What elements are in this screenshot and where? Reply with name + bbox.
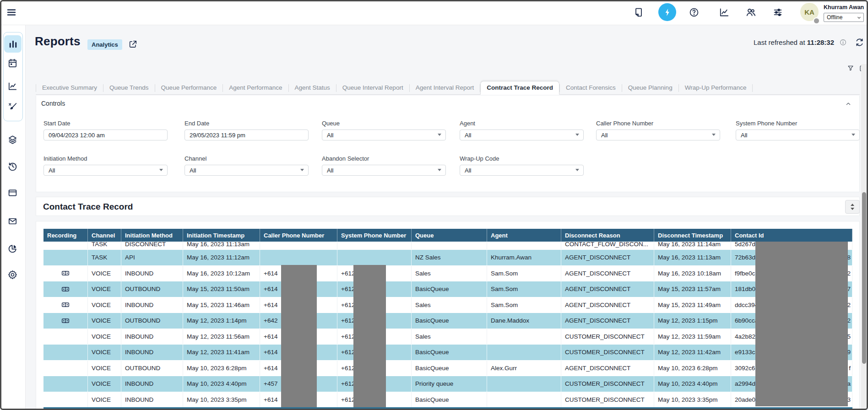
table-row[interactable]: VOICEOUTBOUNDMay 12, 2023 1:14pm+642+612…	[43, 313, 852, 329]
cell-queue: Priority queue	[412, 376, 487, 392]
filter-icon[interactable]	[847, 65, 854, 72]
note-icon[interactable]	[633, 7, 644, 18]
select-agent[interactable]: All	[460, 129, 584, 140]
table-row[interactable]: VOICEOUTBOUNDMay 15, 2023 11:50am+614+61…	[43, 281, 852, 297]
cell-disconnect_timestamp: May 16, 2023 11:13am	[654, 250, 731, 265]
users-icon[interactable]	[745, 7, 756, 18]
tab-agent-status[interactable]: Agent Status	[289, 81, 336, 94]
recording-icon[interactable]	[61, 316, 70, 325]
table-row[interactable]: VOICEINBOUNDMay 12, 2023 11:56am+614+612…	[43, 329, 852, 345]
table-row[interactable]: VOICEINBOUNDMay 10, 2023 4:40pm+457+612P…	[43, 376, 852, 392]
filter-initiation-method: Initiation MethodAll	[43, 155, 168, 176]
help-icon[interactable]	[689, 7, 700, 18]
filter-value: All	[190, 167, 196, 174]
table-scroll-spinner[interactable]	[845, 200, 860, 214]
select-wrap-up-code[interactable]: All	[460, 165, 584, 176]
status-select[interactable]: Offline	[824, 13, 864, 22]
select-queue[interactable]: All	[322, 129, 446, 140]
column-header-initiation-timestamp[interactable]: Initiation Timestamp	[183, 229, 260, 242]
tab-agent-interval-report[interactable]: Agent Interval Report	[410, 81, 480, 94]
sliders-icon[interactable]	[772, 7, 783, 18]
cell-recording	[43, 297, 88, 313]
chevron-down-icon	[857, 15, 862, 20]
cell-initiation_method: OUTBOUND	[121, 361, 183, 376]
table-row[interactable]: VOICEINBOUNDMay 15, 2023 11:46am+614+612…	[43, 297, 852, 313]
sidebar-item-line-chart[interactable]	[7, 81, 18, 92]
recording-icon[interactable]	[61, 300, 70, 309]
sidebar-item-gear[interactable]	[7, 270, 18, 280]
column-header-system-phone-number[interactable]: System Phone Number	[337, 229, 412, 242]
spinner-down-icon[interactable]	[851, 208, 854, 210]
date-input-start-date[interactable]: 09/04/2023 12:00 am	[43, 129, 168, 140]
info-icon[interactable]	[839, 38, 847, 46]
spinner-up-icon[interactable]	[851, 204, 854, 206]
table-row[interactable]: TASKDISCONNECTMay 16, 2023 11:13amCONTAC…	[43, 242, 852, 249]
cell-disconnect_timestamp: May 15, 2023 11:49am	[654, 297, 731, 313]
column-header-agent[interactable]: Agent	[487, 229, 561, 242]
tab-agent-performance[interactable]: Agent Performance	[223, 81, 288, 94]
column-header-queue[interactable]: Queue	[412, 229, 487, 242]
column-header-channel[interactable]: Channel	[88, 229, 121, 242]
cell-agent	[487, 376, 561, 392]
dropdown-caret-icon	[575, 169, 579, 171]
cell-channel: VOICE	[88, 345, 121, 360]
cell-agent: Dane.Maddox	[487, 313, 561, 329]
recording-icon[interactable]	[61, 269, 70, 278]
sidebar-item-bar-chart[interactable]	[4, 35, 22, 53]
filter-label: Initiation Method	[43, 155, 168, 162]
select-caller-phone-number[interactable]: All	[596, 129, 720, 140]
column-header-initiation-method[interactable]: Initiation Method	[121, 229, 183, 242]
select-initiation-method[interactable]: All	[43, 165, 168, 176]
table-row[interactable]: TASKAPIMay 16, 2023 11:12amNZ SalesKhurr…	[43, 249, 852, 265]
cell-queue: BasicQueue	[412, 392, 487, 408]
trend-chart-icon[interactable]	[719, 7, 730, 18]
tab-contact-forensics[interactable]: Contact Forensics	[560, 81, 622, 94]
cell-initiation_timestamp: May 12, 2023 11:41am	[183, 345, 260, 360]
contact-id-prefix: 181db0	[735, 286, 755, 292]
sidebar-item-calendar[interactable]	[7, 58, 18, 69]
refresh-icon[interactable]	[855, 38, 864, 47]
sidebar-item-brush[interactable]	[7, 102, 18, 112]
tab-queue-interval-report[interactable]: Queue Interval Report	[336, 81, 409, 94]
tab-contract-trace-record[interactable]: Contract Trace Record	[480, 81, 559, 95]
tab-executive-summary[interactable]: Executive Summary	[36, 81, 103, 94]
sidebar-item-history[interactable]	[7, 161, 18, 172]
cell-recording	[43, 313, 88, 329]
menu-icon[interactable]	[6, 7, 17, 18]
bolt-icon[interactable]	[658, 3, 676, 21]
scrollbar-thumb[interactable]	[862, 192, 866, 364]
select-abandon-selector[interactable]: All	[322, 165, 446, 176]
status-select-value: Offline	[827, 14, 842, 21]
external-link-icon[interactable]	[128, 39, 138, 49]
cell-initiation_timestamp: May 12, 2023 1:14pm	[183, 313, 260, 329]
recording-icon[interactable]	[61, 285, 70, 294]
sidebar-item-mail[interactable]	[7, 216, 18, 227]
select-system-phone-number[interactable]: All	[736, 129, 860, 140]
tab-queue-planning[interactable]: Queue Planning	[622, 81, 678, 94]
filter-label: Queue	[322, 120, 446, 127]
column-header-recording[interactable]: Recording	[43, 229, 88, 242]
table-row[interactable]: VOICEINBOUNDMay 10, 2023 3:35pm+614+612B…	[43, 392, 852, 408]
cell-recording	[43, 329, 88, 345]
select-channel[interactable]: All	[184, 165, 309, 176]
column-header-disconnect-reason[interactable]: Disconnect Reason	[561, 229, 654, 242]
contact-id-prefix: f9fbe0c	[735, 270, 755, 277]
column-header-caller-phone-number[interactable]: Caller Phone Number	[260, 229, 337, 242]
tab-wrap-up-performance[interactable]: Wrap-Up Performance	[679, 81, 753, 94]
dropdown-caret-icon	[300, 169, 304, 171]
cell-caller	[260, 242, 337, 249]
tab-queue-performance[interactable]: Queue Performance	[155, 81, 223, 94]
sidebar-item-window[interactable]	[7, 188, 18, 198]
controls-collapse-chevron[interactable]	[845, 100, 852, 108]
sidebar-item-layers[interactable]	[7, 135, 18, 145]
table-row[interactable]: VOICEINBOUNDMay 16, 2023 10:12am+614+612…	[43, 265, 852, 281]
vertical-scrollbar[interactable]	[861, 64, 867, 409]
column-header-disconnect-timestamp[interactable]: Disconnect Timestamp	[654, 229, 731, 242]
table-row[interactable]: VOICEINBOUNDMay 12, 2023 11:41am+614+612…	[43, 344, 852, 360]
tab-queue-trends[interactable]: Queue Trends	[103, 81, 155, 94]
date-input-end-date[interactable]: 29/05/2023 11:59 pm	[184, 129, 309, 140]
sidebar-item-pie-chart[interactable]	[7, 243, 18, 254]
filter-queue: QueueAll	[322, 120, 446, 140]
column-header-contact-id[interactable]: Contact Id	[731, 229, 852, 242]
table-row[interactable]: VOICEOUTBOUNDMay 10, 2023 6:28pm+614+612…	[43, 360, 852, 376]
